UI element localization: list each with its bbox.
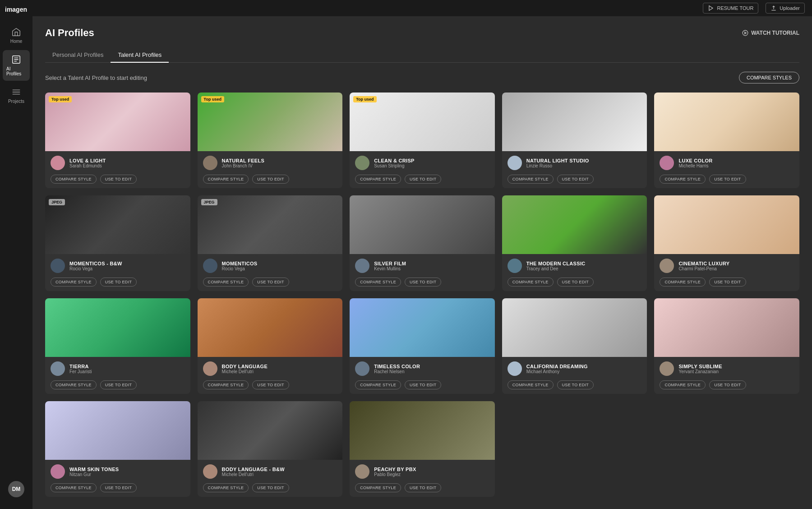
use-to-edit-button-5[interactable]: USE TO EDIT: [709, 175, 746, 184]
compare-style-button-18[interactable]: COMPARE STYLE: [355, 483, 401, 492]
sidebar-item-home[interactable]: Home: [3, 23, 30, 48]
photographer-info-13: TIMELESS COLOR Rachel Nielsen: [355, 361, 489, 376]
main-area: RESUME TOUR Uploader AI Profiles WATCH T…: [32, 0, 812, 509]
compare-style-button-10[interactable]: COMPARE STYLE: [660, 278, 706, 287]
style-name-15: SIMPLY SUBLIME: [678, 364, 722, 369]
photographer-avatar-4: [508, 156, 522, 170]
photographer-info-15: SIMPLY SUBLIME Yervant Zanazanian: [660, 361, 794, 376]
compare-styles-button[interactable]: COMPARE STYLES: [739, 72, 799, 83]
style-name-3: CLEAN & CRISP: [374, 158, 414, 163]
card-body-14: CALIFORNIA DREAMING Michael Anthony COMP…: [502, 357, 647, 394]
compare-style-button-12[interactable]: COMPARE STYLE: [203, 380, 249, 389]
use-to-edit-button-12[interactable]: USE TO EDIT: [252, 380, 289, 389]
watch-tutorial-label: WATCH TUTORIAL: [751, 30, 799, 36]
profile-tabs: Personal AI Profiles Talent AI Profiles: [45, 48, 799, 63]
photographer-info-3: CLEAN & CRISP Susan Stripling: [355, 156, 489, 170]
profile-card-10: CINEMATIC LUXURY Charmi Patel-Pena COMPA…: [654, 195, 799, 291]
avatar-initials: DM: [12, 486, 21, 492]
card-body-2: NATURAL FEELS John Branch IV COMPARE STY…: [198, 151, 343, 188]
compare-style-button-5[interactable]: COMPARE STYLE: [660, 175, 706, 184]
resume-tour-button[interactable]: RESUME TOUR: [703, 3, 758, 14]
profiles-icon: [11, 55, 21, 65]
profile-card-3: Top used CLEAN & CRISP Susan Stripling C…: [350, 93, 495, 188]
compare-style-button-15[interactable]: COMPARE STYLE: [660, 380, 706, 389]
photographer-avatar-13: [355, 361, 369, 376]
svg-marker-2: [709, 6, 713, 11]
home-icon: [11, 27, 21, 37]
compare-style-button-9[interactable]: COMPARE STYLE: [508, 278, 554, 287]
compare-style-button-1[interactable]: COMPARE STYLE: [51, 175, 97, 184]
use-to-edit-button-4[interactable]: USE TO EDIT: [557, 175, 594, 184]
photographer-text-11: TIERRA Fer Juaristi: [69, 364, 92, 374]
compare-style-button-3[interactable]: COMPARE STYLE: [355, 175, 401, 184]
compare-style-button-17[interactable]: COMPARE STYLE: [203, 483, 249, 492]
card-image-14: [502, 298, 647, 357]
use-to-edit-button-6[interactable]: USE TO EDIT: [100, 278, 137, 287]
photographer-text-3: CLEAN & CRISP Susan Stripling: [374, 158, 414, 168]
photographer-avatar-3: [355, 156, 369, 170]
sidebar-item-projects[interactable]: Projects: [3, 83, 30, 108]
profile-card-15: SIMPLY SUBLIME Yervant Zanazanian COMPAR…: [654, 298, 799, 394]
card-actions-1: COMPARE STYLE USE TO EDIT: [51, 175, 185, 184]
use-to-edit-button-7[interactable]: USE TO EDIT: [252, 278, 289, 287]
style-name-5: LUXE COLOR: [678, 158, 712, 163]
watch-tutorial-button[interactable]: WATCH TUTORIAL: [742, 30, 799, 36]
card-actions-4: COMPARE STYLE USE TO EDIT: [508, 175, 642, 184]
photographer-name-10: Charmi Patel-Pena: [678, 266, 729, 271]
use-to-edit-button-13[interactable]: USE TO EDIT: [405, 380, 441, 389]
topbar: RESUME TOUR Uploader: [32, 0, 812, 16]
use-to-edit-button-1[interactable]: USE TO EDIT: [100, 175, 137, 184]
use-to-edit-button-14[interactable]: USE TO EDIT: [557, 380, 594, 389]
compare-style-button-2[interactable]: COMPARE STYLE: [203, 175, 249, 184]
compare-style-button-16[interactable]: COMPARE STYLE: [51, 483, 97, 492]
use-to-edit-button-18[interactable]: USE TO EDIT: [405, 483, 441, 492]
use-to-edit-button-9[interactable]: USE TO EDIT: [557, 278, 594, 287]
user-avatar[interactable]: DM: [8, 481, 24, 497]
photographer-name-11: Fer Juaristi: [69, 369, 92, 374]
use-to-edit-button-10[interactable]: USE TO EDIT: [709, 278, 746, 287]
tab-personal[interactable]: Personal AI Profiles: [45, 48, 111, 63]
photographer-name-5: Michelle Harris: [678, 163, 712, 168]
compare-style-button-11[interactable]: COMPARE STYLE: [51, 380, 97, 389]
card-actions-17: COMPARE STYLE USE TO EDIT: [203, 483, 337, 492]
card-body-8: SILVER FILM Kevin Mullins COMPARE STYLE …: [350, 254, 495, 291]
card-image-4: [502, 93, 647, 151]
compare-style-button-8[interactable]: COMPARE STYLE: [355, 278, 401, 287]
card-image-2: Top used: [198, 93, 343, 151]
photographer-text-2: NATURAL FEELS John Branch IV: [222, 158, 265, 168]
svg-text:imagen: imagen: [5, 6, 27, 13]
photographer-name-3: Susan Stripling: [374, 163, 414, 168]
uploader-button[interactable]: Uploader: [766, 3, 805, 14]
use-to-edit-button-16[interactable]: USE TO EDIT: [100, 483, 137, 492]
style-name-6: MOMENTICOS - B&W: [69, 261, 122, 266]
use-to-edit-button-17[interactable]: USE TO EDIT: [252, 483, 289, 492]
compare-style-button-14[interactable]: COMPARE STYLE: [508, 380, 554, 389]
photographer-text-18: PEACHY BY PBX Pablo Beglez: [374, 467, 416, 477]
tab-talent[interactable]: Talent AI Profiles: [111, 48, 169, 63]
card-actions-8: COMPARE STYLE USE TO EDIT: [355, 278, 489, 287]
photographer-avatar-8: [355, 259, 369, 273]
card-badge: JPEG: [49, 199, 65, 205]
sidebar-item-ai-profiles[interactable]: AI Profiles: [3, 50, 30, 81]
compare-style-button-4[interactable]: COMPARE STYLE: [508, 175, 554, 184]
compare-style-button-7[interactable]: COMPARE STYLE: [203, 278, 249, 287]
photographer-name-1: Sarah Edmunds: [69, 163, 106, 168]
photographer-text-7: MOMENTICOS Rocio Vega: [222, 261, 258, 271]
projects-label: Projects: [8, 99, 24, 104]
use-to-edit-button-3[interactable]: USE TO EDIT: [405, 175, 441, 184]
photographer-name-15: Yervant Zanazanian: [678, 369, 722, 374]
use-to-edit-button-2[interactable]: USE TO EDIT: [252, 175, 289, 184]
card-body-17: BODY LANGUAGE - B&W Michele Dell'utri CO…: [198, 460, 343, 497]
use-to-edit-button-11[interactable]: USE TO EDIT: [100, 380, 137, 389]
style-name-7: MOMENTICOS: [222, 261, 258, 266]
card-actions-3: COMPARE STYLE USE TO EDIT: [355, 175, 489, 184]
style-name-16: WARM SKIN TONES: [69, 467, 119, 472]
card-body-13: TIMELESS COLOR Rachel Nielsen COMPARE ST…: [350, 357, 495, 394]
compare-style-button-13[interactable]: COMPARE STYLE: [355, 380, 401, 389]
compare-style-button-6[interactable]: COMPARE STYLE: [51, 278, 97, 287]
use-to-edit-button-8[interactable]: USE TO EDIT: [405, 278, 441, 287]
use-to-edit-button-15[interactable]: USE TO EDIT: [709, 380, 746, 389]
card-body-9: THE MODERN CLASSIC Tracey and Dee COMPAR…: [502, 254, 647, 291]
profile-card-5: LUXE COLOR Michelle Harris COMPARE STYLE…: [654, 93, 799, 188]
app-logo[interactable]: imagen: [5, 5, 28, 15]
